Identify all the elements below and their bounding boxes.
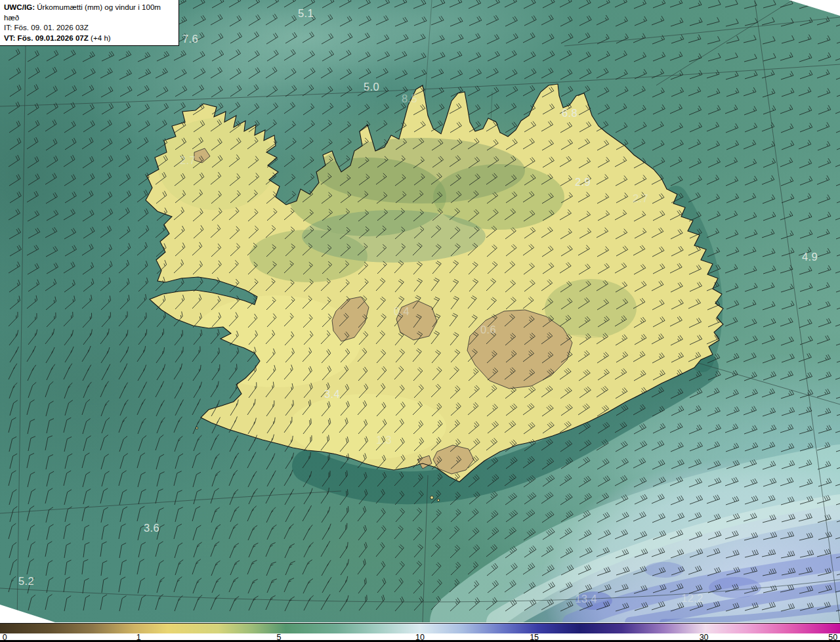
title-line-1: UWC/IG: Úrkomumætti (mm) og vindur i 100… (4, 2, 176, 22)
init-time-line: IT: Fös. 09. 01. 2026 03Z (4, 22, 176, 33)
precip-cell (709, 577, 761, 598)
top-right-wedge (789, 0, 840, 16)
colorbar-ticks: 01510153050 (0, 633, 840, 640)
precip-cell (644, 562, 684, 578)
map-canvas: 5.17.65.08.56.82.72.92.74.90.40.63.41.33… (0, 0, 840, 622)
title-box: UWC/IG: Úrkomumætti (mm) og vindur i 100… (0, 0, 179, 46)
product-code: UWC/IG: (4, 3, 35, 11)
colorbar-gradient (0, 623, 840, 633)
forecast-step: (+4 h) (89, 33, 111, 42)
map-layers-svg (0, 0, 840, 622)
precip-cell (576, 591, 612, 610)
valid-time-line: VT: Fös. 09.01.2026 07Z (+4 h) (4, 33, 176, 43)
contour-line (656, 0, 793, 85)
colorbar: 01510153050 (0, 622, 840, 642)
contour-line (0, 491, 341, 513)
contour-line (17, 0, 26, 622)
weather-chart-figure: 5.17.65.08.56.82.72.92.74.90.40.63.41.33… (0, 0, 840, 642)
valid-time: VT: Fös. 09.01.2026 07Z (4, 33, 89, 42)
bottom-left-wedge (0, 605, 55, 622)
